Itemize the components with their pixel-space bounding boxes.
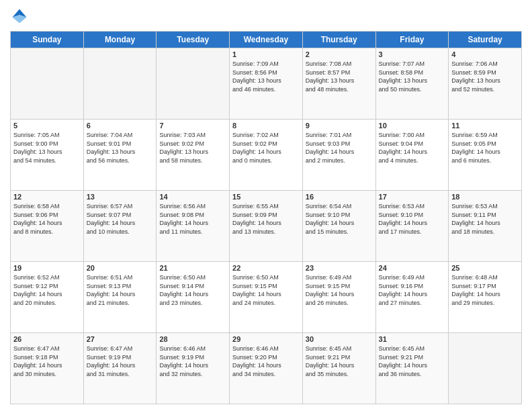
- logo-icon: [10, 7, 29, 26]
- day-cell: 3Sunrise: 7:07 AM Sunset: 8:58 PM Daylig…: [375, 48, 449, 120]
- day-info: Sunrise: 7:01 AM Sunset: 9:03 PM Dayligh…: [306, 131, 373, 165]
- day-number: 24: [379, 264, 446, 272]
- day-cell: 12Sunrise: 6:58 AM Sunset: 9:06 PM Dayli…: [11, 191, 84, 262]
- day-number: 27: [87, 335, 154, 343]
- day-info: Sunrise: 6:55 AM Sunset: 9:09 PM Dayligh…: [232, 202, 300, 236]
- day-info: Sunrise: 6:51 AM Sunset: 9:13 PM Dayligh…: [87, 273, 154, 307]
- day-cell: 29Sunrise: 6:46 AM Sunset: 9:20 PM Dayli…: [230, 333, 303, 404]
- day-cell: 11Sunrise: 6:59 AM Sunset: 9:05 PM Dayli…: [449, 120, 522, 191]
- day-info: Sunrise: 6:57 AM Sunset: 9:07 PM Dayligh…: [87, 202, 154, 236]
- day-info: Sunrise: 7:09 AM Sunset: 8:56 PM Dayligh…: [232, 60, 300, 93]
- day-number: 23: [306, 264, 373, 272]
- day-info: Sunrise: 6:56 AM Sunset: 9:08 PM Dayligh…: [159, 202, 226, 236]
- day-info: Sunrise: 6:48 AM Sunset: 9:17 PM Dayligh…: [451, 273, 519, 307]
- day-number: 2: [306, 50, 373, 58]
- day-info: Sunrise: 6:59 AM Sunset: 9:05 PM Dayligh…: [451, 131, 519, 165]
- day-info: Sunrise: 7:04 AM Sunset: 9:01 PM Dayligh…: [87, 131, 154, 165]
- weekday-wednesday: Wednesday: [230, 32, 303, 48]
- day-cell: 19Sunrise: 6:52 AM Sunset: 9:12 PM Dayli…: [11, 262, 84, 333]
- day-info: Sunrise: 6:46 AM Sunset: 9:20 PM Dayligh…: [232, 345, 300, 378]
- day-number: 31: [379, 335, 446, 343]
- day-info: Sunrise: 6:47 AM Sunset: 9:19 PM Dayligh…: [87, 345, 154, 378]
- day-cell: 2Sunrise: 7:08 AM Sunset: 8:57 PM Daylig…: [302, 48, 375, 120]
- weekday-header-row: SundayMondayTuesdayWednesdayThursdayFrid…: [11, 32, 522, 48]
- page: SundayMondayTuesdayWednesdayThursdayFrid…: [0, 0, 532, 411]
- day-info: Sunrise: 6:50 AM Sunset: 9:15 PM Dayligh…: [232, 273, 300, 307]
- day-number: 29: [232, 335, 300, 343]
- day-info: Sunrise: 6:53 AM Sunset: 9:10 PM Dayligh…: [379, 202, 446, 236]
- week-row-4: 19Sunrise: 6:52 AM Sunset: 9:12 PM Dayli…: [11, 262, 522, 333]
- day-cell: 9Sunrise: 7:01 AM Sunset: 9:03 PM Daylig…: [302, 120, 375, 191]
- week-row-3: 12Sunrise: 6:58 AM Sunset: 9:06 PM Dayli…: [11, 191, 522, 262]
- day-info: Sunrise: 6:45 AM Sunset: 9:21 PM Dayligh…: [306, 345, 373, 378]
- day-cell: 31Sunrise: 6:45 AM Sunset: 9:21 PM Dayli…: [375, 333, 449, 404]
- day-number: 16: [306, 193, 373, 201]
- day-info: Sunrise: 7:03 AM Sunset: 9:02 PM Dayligh…: [159, 131, 226, 165]
- day-number: 17: [379, 193, 446, 201]
- day-cell: 1Sunrise: 7:09 AM Sunset: 8:56 PM Daylig…: [230, 48, 303, 120]
- day-cell: 10Sunrise: 7:00 AM Sunset: 9:04 PM Dayli…: [375, 120, 449, 191]
- day-info: Sunrise: 6:46 AM Sunset: 9:19 PM Dayligh…: [159, 345, 226, 378]
- day-info: Sunrise: 6:47 AM Sunset: 9:18 PM Dayligh…: [13, 345, 81, 378]
- day-info: Sunrise: 7:06 AM Sunset: 8:59 PM Dayligh…: [451, 60, 519, 93]
- day-cell: [157, 48, 230, 120]
- logo: [10, 7, 32, 26]
- weekday-thursday: Thursday: [302, 32, 375, 48]
- week-row-5: 26Sunrise: 6:47 AM Sunset: 9:18 PM Dayli…: [11, 333, 522, 404]
- day-cell: 14Sunrise: 6:56 AM Sunset: 9:08 PM Dayli…: [157, 191, 230, 262]
- day-info: Sunrise: 7:07 AM Sunset: 8:58 PM Dayligh…: [379, 60, 446, 93]
- day-cell: 8Sunrise: 7:02 AM Sunset: 9:02 PM Daylig…: [230, 120, 303, 191]
- day-cell: [449, 333, 522, 404]
- day-cell: 21Sunrise: 6:50 AM Sunset: 9:14 PM Dayli…: [157, 262, 230, 333]
- day-info: Sunrise: 6:54 AM Sunset: 9:10 PM Dayligh…: [306, 202, 373, 236]
- day-info: Sunrise: 6:49 AM Sunset: 9:15 PM Dayligh…: [306, 273, 373, 307]
- week-row-2: 5Sunrise: 7:05 AM Sunset: 9:00 PM Daylig…: [11, 120, 522, 191]
- day-number: 21: [159, 264, 226, 272]
- day-number: 22: [232, 264, 300, 272]
- day-number: 1: [232, 50, 300, 58]
- day-cell: 18Sunrise: 6:53 AM Sunset: 9:11 PM Dayli…: [449, 191, 522, 262]
- day-info: Sunrise: 6:52 AM Sunset: 9:12 PM Dayligh…: [13, 273, 81, 307]
- day-number: 14: [159, 193, 226, 201]
- day-cell: [83, 48, 157, 120]
- weekday-saturday: Saturday: [449, 32, 522, 48]
- day-cell: 27Sunrise: 6:47 AM Sunset: 9:19 PM Dayli…: [83, 333, 157, 404]
- day-cell: 30Sunrise: 6:45 AM Sunset: 9:21 PM Dayli…: [302, 333, 375, 404]
- day-cell: 17Sunrise: 6:53 AM Sunset: 9:10 PM Dayli…: [375, 191, 449, 262]
- day-number: 8: [232, 122, 300, 130]
- day-info: Sunrise: 7:08 AM Sunset: 8:57 PM Dayligh…: [306, 60, 373, 93]
- calendar-table: SundayMondayTuesdayWednesdayThursdayFrid…: [10, 31, 522, 404]
- day-number: 5: [13, 122, 81, 130]
- day-number: 18: [451, 193, 519, 201]
- day-info: Sunrise: 7:05 AM Sunset: 9:00 PM Dayligh…: [13, 131, 81, 165]
- day-number: 28: [159, 335, 226, 343]
- day-number: 11: [451, 122, 519, 130]
- day-number: 26: [13, 335, 81, 343]
- day-cell: 6Sunrise: 7:04 AM Sunset: 9:01 PM Daylig…: [83, 120, 157, 191]
- day-cell: 22Sunrise: 6:50 AM Sunset: 9:15 PM Dayli…: [230, 262, 303, 333]
- day-number: 30: [306, 335, 373, 343]
- day-cell: 7Sunrise: 7:03 AM Sunset: 9:02 PM Daylig…: [157, 120, 230, 191]
- day-number: 13: [87, 193, 154, 201]
- day-cell: 25Sunrise: 6:48 AM Sunset: 9:17 PM Dayli…: [449, 262, 522, 333]
- day-number: 6: [87, 122, 154, 130]
- day-cell: [11, 48, 84, 120]
- day-info: Sunrise: 7:00 AM Sunset: 9:04 PM Dayligh…: [379, 131, 446, 165]
- day-cell: 26Sunrise: 6:47 AM Sunset: 9:18 PM Dayli…: [11, 333, 84, 404]
- day-cell: 16Sunrise: 6:54 AM Sunset: 9:10 PM Dayli…: [302, 191, 375, 262]
- day-info: Sunrise: 6:58 AM Sunset: 9:06 PM Dayligh…: [13, 202, 81, 236]
- day-cell: 23Sunrise: 6:49 AM Sunset: 9:15 PM Dayli…: [302, 262, 375, 333]
- day-number: 3: [379, 50, 446, 58]
- header: [10, 7, 522, 26]
- day-cell: 5Sunrise: 7:05 AM Sunset: 9:00 PM Daylig…: [11, 120, 84, 191]
- day-info: Sunrise: 7:02 AM Sunset: 9:02 PM Dayligh…: [232, 131, 300, 165]
- day-info: Sunrise: 6:49 AM Sunset: 9:16 PM Dayligh…: [379, 273, 446, 307]
- weekday-sunday: Sunday: [11, 32, 84, 48]
- day-number: 15: [232, 193, 300, 201]
- day-number: 12: [13, 193, 81, 201]
- weekday-friday: Friday: [375, 32, 449, 48]
- day-cell: 15Sunrise: 6:55 AM Sunset: 9:09 PM Dayli…: [230, 191, 303, 262]
- day-cell: 24Sunrise: 6:49 AM Sunset: 9:16 PM Dayli…: [375, 262, 449, 333]
- weekday-tuesday: Tuesday: [157, 32, 230, 48]
- day-cell: 13Sunrise: 6:57 AM Sunset: 9:07 PM Dayli…: [83, 191, 157, 262]
